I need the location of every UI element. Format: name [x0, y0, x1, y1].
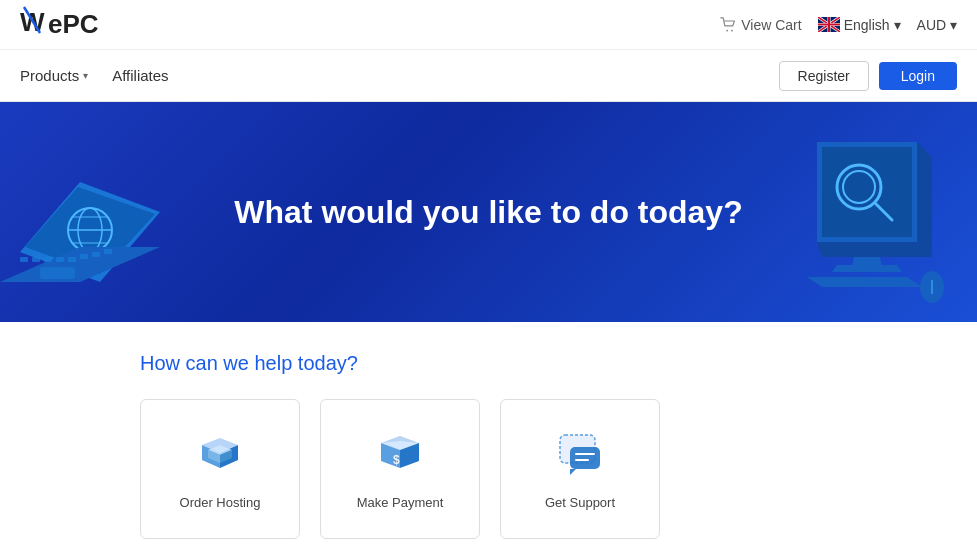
svg-text:$: $: [393, 453, 400, 467]
top-bar: W ePC View Cart: [0, 0, 977, 50]
make-payment-icon: $: [374, 429, 426, 481]
svg-marker-41: [807, 277, 922, 287]
laptop-decoration-left: [0, 142, 190, 322]
hero-headline: What would you like to do today?: [234, 194, 742, 231]
login-button[interactable]: Login: [879, 62, 957, 90]
language-selector[interactable]: English ▾: [818, 17, 901, 33]
currency-selector[interactable]: AUD ▾: [917, 17, 957, 33]
get-support-card[interactable]: Get Support: [500, 399, 660, 539]
uk-flag-icon: [818, 17, 840, 32]
nav-affiliates[interactable]: Affiliates: [112, 67, 168, 84]
order-hosting-icon: [194, 429, 246, 481]
svg-rect-22: [32, 257, 40, 262]
top-bar-right: View Cart English ▾ AUD ▾: [720, 17, 957, 33]
svg-point-3: [731, 29, 733, 31]
svg-rect-25: [68, 257, 76, 262]
language-label: English: [844, 17, 890, 33]
svg-marker-31: [822, 147, 912, 237]
nav-left: Products ▾ Affiliates: [20, 67, 169, 84]
svg-rect-23: [44, 257, 52, 262]
view-cart-link[interactable]: View Cart: [720, 17, 801, 33]
logo[interactable]: W ePC: [20, 5, 99, 44]
products-chevron-icon: ▾: [83, 70, 88, 81]
svg-rect-21: [20, 257, 28, 262]
language-arrow: ▾: [894, 17, 901, 33]
svg-rect-28: [104, 249, 112, 254]
svg-rect-29: [40, 267, 75, 279]
svg-marker-38: [817, 242, 932, 257]
register-button[interactable]: Register: [779, 61, 869, 91]
order-hosting-label: Order Hosting: [180, 495, 261, 510]
affiliates-label: Affiliates: [112, 67, 168, 84]
products-label: Products: [20, 67, 79, 84]
cards-row: Order Hosting $ Make Payment: [140, 399, 837, 539]
cart-icon: [720, 17, 736, 33]
hero-banner: What would you like to do today?: [0, 102, 977, 322]
nav-right: Register Login: [779, 61, 957, 91]
currency-arrow: ▾: [950, 17, 957, 33]
monitor-decoration-right: [757, 112, 957, 312]
svg-rect-27: [92, 252, 100, 257]
make-payment-card[interactable]: $ Make Payment: [320, 399, 480, 539]
currency-label: AUD: [917, 17, 947, 33]
svg-rect-24: [56, 257, 64, 262]
main-content: How can we help today? Order: [0, 322, 977, 557]
svg-rect-12: [828, 17, 830, 32]
svg-point-2: [726, 29, 728, 31]
nav-bar: Products ▾ Affiliates Register Login: [0, 50, 977, 102]
view-cart-label: View Cart: [741, 17, 801, 33]
nav-products[interactable]: Products ▾: [20, 67, 88, 84]
svg-marker-37: [917, 142, 932, 257]
svg-marker-57: [570, 469, 576, 475]
make-payment-label: Make Payment: [357, 495, 444, 510]
logo-epc-text: ePC: [48, 9, 99, 40]
order-hosting-card[interactable]: Order Hosting: [140, 399, 300, 539]
svg-rect-54: [570, 447, 600, 469]
svg-rect-26: [80, 254, 88, 259]
get-support-label: Get Support: [545, 495, 615, 510]
svg-marker-36: [832, 265, 902, 272]
help-title: How can we help today?: [140, 352, 837, 375]
get-support-icon: [554, 429, 606, 481]
